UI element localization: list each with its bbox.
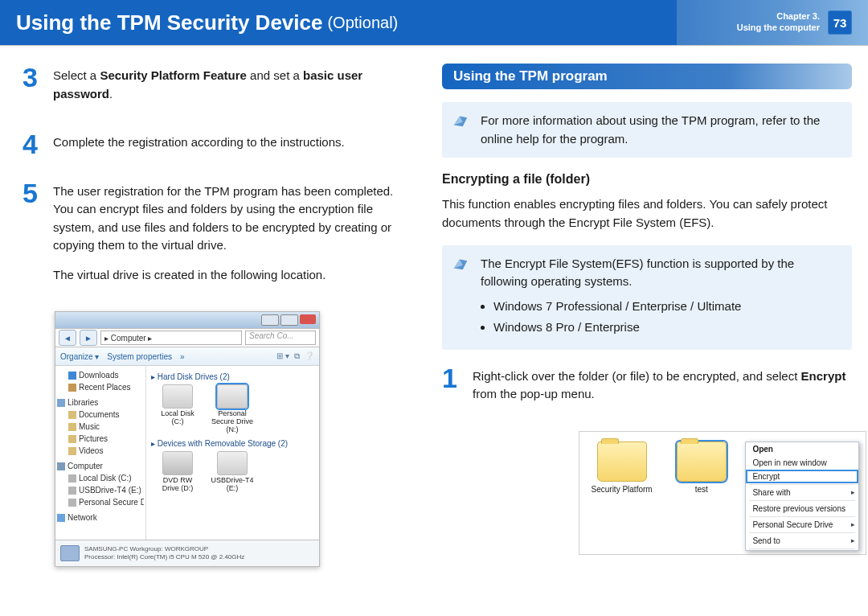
step-body: The user registration for the TPM progra… [53, 179, 415, 296]
supported-os-list: Windows 7 Professional / Enterprise / Ul… [481, 298, 841, 337]
folder-security-platform[interactable]: Security Platform [586, 441, 657, 494]
drive-usb[interactable]: USBDrive-T4 (E:) [211, 451, 254, 493]
text-bold: Encrypt [801, 369, 846, 383]
step-number: 4 [23, 130, 45, 163]
sidebar-item-downloads[interactable]: Downloads [57, 369, 144, 381]
context-menu: Open Open in new window Encrypt Share wi… [745, 441, 859, 551]
step-5: 5 The user registration for the TPM prog… [23, 179, 415, 296]
sidebar-item-videos[interactable]: Videos [57, 445, 144, 457]
step-body: Select a Security Platform Feature and s… [53, 64, 415, 114]
menu-item-personal-secure-drive[interactable]: Personal Secure Drive [746, 518, 858, 532]
text: from the pop-up menu. [473, 387, 595, 400]
status-line-processor: Processor: Intel(R) Core(TM) i5 CPU M 52… [84, 553, 244, 561]
drive-label: USBDrive-T4 (E:) [211, 477, 254, 493]
folder-icon [597, 441, 647, 482]
sidebar-item-pictures[interactable]: Pictures [57, 433, 144, 445]
sidebar-item-computer[interactable]: Computer [57, 460, 144, 472]
drive-local-disk-c[interactable]: Local Disk (C:) [156, 384, 199, 434]
context-menu-screenshot: Security Platform test Open Open in new … [579, 431, 866, 555]
nav-forward-button[interactable]: ► [80, 330, 97, 346]
preview-button[interactable]: ⧉ [294, 351, 300, 361]
text-bold: Security Platform Feature [100, 68, 247, 82]
folder-label: Security Platform [586, 485, 657, 494]
list-item: Windows 8 Pro / Enterprise [493, 318, 841, 337]
sidebar-item-music[interactable]: Music [57, 421, 144, 433]
menu-item-open-new-window[interactable]: Open in new window [746, 456, 858, 470]
help-button[interactable]: ❔ [305, 351, 314, 361]
menu-separator [749, 516, 855, 517]
left-column: 3 Select a Security Platform Feature and… [23, 64, 415, 567]
computer-icon [60, 545, 80, 561]
sidebar-item-network[interactable]: Network [57, 511, 144, 524]
subheading-encrypting: Encrypting a file (folder) [442, 172, 852, 187]
organize-button[interactable]: Organize ▾ [60, 352, 99, 361]
chapter-label: Chapter 3. Using the computer [737, 11, 820, 34]
drive-label: Personal Secure Drive (N:) [211, 410, 254, 434]
menu-separator [749, 484, 855, 485]
text: Complete the registration according to t… [53, 133, 345, 152]
chapter-name: Using the computer [737, 23, 820, 34]
explorer-sidebar: Downloads Recent Places Libraries Docume… [55, 366, 146, 540]
search-input[interactable]: Search Co... [245, 331, 316, 345]
step-body: Right-click over the folder (or file) to… [473, 364, 852, 415]
menu-item-share-with[interactable]: Share with [746, 486, 858, 499]
drive-label: DVD RW Drive (D:) [156, 477, 199, 493]
status-line-workgroup: SAMSUNG-PC Workgroup: WORKGROUP [84, 545, 244, 553]
more-button[interactable]: » [180, 352, 185, 361]
text: The virtual drive is created in the foll… [53, 266, 415, 285]
explorer-statusbar: SAMSUNG-PC Workgroup: WORKGROUP Processo… [55, 540, 319, 566]
address-bar: ◄ ► ▸ Computer ▸ Search Co... [55, 328, 319, 347]
body-text: This function enables encrypting files a… [442, 195, 852, 232]
tip-text: The Encrypt File System(EFS) function is… [481, 255, 841, 291]
explorer-toolbar: Organize ▾ System properties » ⊞ ▾ ⧉ ❔ [55, 347, 319, 366]
menu-separator [749, 532, 855, 533]
step-3: 3 Select a Security Platform Feature and… [23, 64, 415, 114]
view-button[interactable]: ⊞ ▾ [276, 351, 289, 361]
address-field[interactable]: ▸ Computer ▸ [100, 331, 242, 345]
folder-label: test [665, 485, 737, 494]
window-minimize-icon[interactable] [261, 314, 279, 326]
drive-dvd-rw[interactable]: DVD RW Drive (D:) [156, 451, 199, 493]
info-icon [452, 112, 469, 129]
drive-label: Local Disk (C:) [156, 410, 199, 426]
window-close-icon[interactable] [300, 314, 316, 324]
page-title-optional: (Optional) [327, 14, 398, 32]
text: Right-click over the folder (or file) to… [473, 369, 801, 383]
menu-separator [749, 500, 855, 501]
sidebar-item-documents[interactable]: Documents [57, 409, 144, 421]
usb-drive-icon [217, 451, 248, 475]
sidebar-item-usb-drive[interactable]: USBDrive-T4 (E:) [57, 484, 144, 496]
info-icon [452, 255, 469, 273]
dvd-drive-icon [162, 451, 193, 475]
right-column: Using the TPM program For more informati… [442, 64, 852, 567]
menu-item-restore-previous[interactable]: Restore previous versions [746, 502, 858, 515]
menu-item-open[interactable]: Open [746, 442, 858, 456]
folder-icon [677, 441, 727, 482]
step-number: 5 [23, 179, 45, 296]
list-item: Windows 7 Professional / Enterprise / Ul… [493, 298, 841, 316]
text: and set a [247, 68, 303, 82]
tip-box-efs-support: The Encrypt File System(EFS) function is… [442, 245, 852, 350]
sidebar-item-local-disk-c[interactable]: Local Disk (C:) [57, 472, 144, 484]
chapter-number: Chapter 3. [737, 11, 820, 23]
step-1-right: 1 Right-click over the folder (or file) … [442, 364, 852, 415]
menu-item-encrypt[interactable]: Encrypt [746, 470, 858, 483]
sidebar-item-recent[interactable]: Recent Places [57, 381, 144, 393]
nav-back-button[interactable]: ◄ [59, 330, 76, 346]
sidebar-item-libraries[interactable]: Libraries [57, 396, 144, 409]
text: The user registration for the TPM progra… [53, 183, 415, 255]
menu-item-send-to[interactable]: Send to [746, 534, 858, 548]
text: Select a [53, 68, 100, 82]
window-maximize-icon[interactable] [280, 314, 298, 326]
system-properties-button[interactable]: System properties [107, 352, 172, 361]
page-title: Using the TPM Security Device [16, 10, 322, 35]
hard-drive-icon [162, 384, 193, 409]
drive-personal-secure[interactable]: Personal Secure Drive (N:) [211, 384, 254, 434]
text: . [109, 87, 113, 101]
page-header: Using the TPM Security Device (Optional)… [0, 0, 868, 46]
secure-drive-icon [217, 384, 248, 409]
folder-test[interactable]: test [665, 441, 737, 494]
step-number: 1 [442, 364, 465, 415]
sidebar-item-personal-secure[interactable]: Personal Secure D [57, 496, 144, 508]
step-body: Complete the registration according to t… [53, 130, 345, 163]
